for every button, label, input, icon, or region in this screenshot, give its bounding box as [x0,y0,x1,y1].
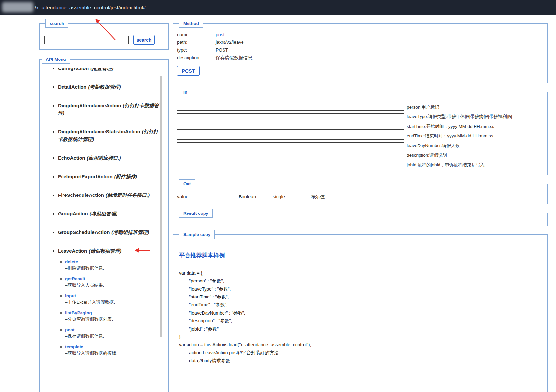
out-value-type: Boolean [239,194,273,200]
method-item-listbypaging: listByPaging –分页查询请假数据列表. [65,310,160,323]
method-row-description: description: 保存请假数据信息. [177,54,544,61]
method-desc-label: description: [177,54,216,61]
leave-methods-list: delete –删除请假数据信息. getResult –获取导入人员结果. i… [58,259,160,357]
param-label-description: description:请假说明 [407,152,447,158]
method-item-post: post –保存请假数据信息. [65,327,160,340]
out-value-desc: 布尔值. [311,194,326,200]
method-panel-legend: Method [179,19,203,28]
search-panel: search search [39,19,169,50]
browser-address-bar[interactable]: /x_attendance_assemble_control/jest/inde… [0,0,556,15]
in-param-row: description:请假说明 [177,151,544,161]
action-name: FileImportExportAction [58,174,113,179]
result-copy-panel: Result copy [173,209,548,226]
action-note: (考勤组管理) [90,211,117,216]
api-menu-action-group[interactable]: GroupAction(考勤组管理) [58,210,160,217]
param-label-starttime: startTime:开始时间：yyyy-MM-dd HH:mm:ss [407,124,494,129]
code-line: action.LeaveAction.post(//平台封装好的方法 [179,349,544,357]
menu-scrollbar-thumb[interactable] [160,76,162,337]
method-item-template: template –获取导入请假数据的模版. [65,344,160,357]
api-menu-legend: API Menu [42,55,70,64]
api-menu-action-detail[interactable]: DetailAction(考勤数据管理) [58,83,160,91]
sample-copy-panel: Sample copy 平台推荐脚本样例 var data = { "perso… [173,230,548,392]
api-menu-action-fireschedule[interactable]: FireScheduleAction(触发定时任务接口.) [58,191,160,199]
action-note: (应用响应接口.) [87,155,121,161]
api-menu-action-groupschedule[interactable]: GroupScheduleAction(考勤组排班管理) [58,229,160,236]
out-value-cardinality: single [273,194,311,200]
method-item-input: input –上传Excel导入请假数据. [65,293,160,306]
left-panel: search search API Menu ConfigAction(配置管理… [39,19,169,392]
action-note: (配置管理) [90,68,113,71]
param-label-leavetype: leaveType:请假类型:带薪年休假|带薪病假|带薪福利假| [407,114,512,120]
method-link-getresult[interactable]: getResult [65,276,85,281]
in-params-panel: In person:用户标识 leaveType:请假类型:带薪年休假|带薪病假… [173,88,548,175]
api-menu-action-config[interactable]: ConfigAction(配置管理) [58,68,160,72]
in-param-row: leaveType:请假类型:带薪年休假|带薪病假|带薪福利假| [177,112,544,122]
action-name: DetailAction [58,84,87,90]
search-panel-legend: search [45,19,68,28]
in-param-row: endTime:结束时间：yyyy-MM-dd HH:mm:ss [177,131,544,141]
method-desc: –获取导入人员结果. [65,282,160,289]
result-copy-legend: Result copy [179,209,213,218]
code-line: data,//body请求参数 [179,357,544,365]
param-input-description[interactable] [177,152,404,159]
method-panel: Method name: post path: jaxrs/v2/leave t… [173,19,548,83]
code-line: var action = this.Actions.load("x_attend… [179,341,544,349]
method-row-type: type: POST [177,46,544,54]
api-menu-action-dingding-statistic[interactable]: DingdingAttendanceStatisticAction(钉钉打卡数据… [58,128,160,143]
action-note: (请假数据管理) [89,248,121,254]
method-link-template[interactable]: template [65,344,83,349]
out-params-panel: Out value Boolean single 布尔值. [173,179,548,204]
param-input-starttime[interactable] [177,123,404,130]
api-menu-scroll-area[interactable]: ConfigAction(配置管理) DetailAction(考勤数据管理) … [40,68,160,392]
method-name-value[interactable]: post [216,31,224,39]
in-panel-legend: In [179,88,191,96]
code-line: "description" : "参数", [179,317,544,325]
search-input[interactable] [44,36,129,44]
action-note: (附件操作) [114,174,137,179]
api-menu-action-leave[interactable]: LeaveAction(请假数据管理) delete –删除请假数据信息. ge… [58,247,160,357]
method-link-post[interactable]: post [65,327,75,332]
code-line: "jobId" : "参数" [179,325,544,333]
api-menu-action-fileimportexport[interactable]: FileImportExportAction(附件操作) [58,173,160,180]
sample-heading: 平台推荐脚本样例 [179,251,544,259]
api-menu-list: ConfigAction(配置管理) DetailAction(考勤数据管理) … [40,68,160,357]
sample-copy-legend: Sample copy [179,230,215,239]
param-input-jobid[interactable] [177,162,404,168]
search-button[interactable]: search [133,35,155,45]
method-type-label: type: [177,46,216,54]
url-text: /x_attendance_assemble_control/jest/inde… [35,0,146,15]
action-name: DingdingAttendanceAction [58,103,121,108]
code-line: "leaveType" : "参数", [179,285,544,293]
action-name: EchoAction [58,155,85,161]
param-input-person[interactable] [177,104,404,111]
code-line: "startTime" : "参数", [179,293,544,301]
method-desc: –获取导入请假数据的模版. [65,350,160,357]
out-row: value Boolean single 布尔值. [177,194,544,200]
action-note: (触发定时任务接口.) [106,192,150,198]
action-note: (考勤组排班管理) [111,230,149,235]
code-line: "endTime" : "参数", [179,301,544,309]
method-link-delete[interactable]: delete [65,259,78,264]
code-line: } [179,333,544,341]
api-menu-action-echo[interactable]: EchoAction(应用响应接口.) [58,154,160,162]
in-rows: person:用户标识 leaveType:请假类型:带薪年休假|带薪病假|带薪… [177,102,544,170]
method-desc-value: 保存请假数据信息. [216,54,254,61]
method-link-listbypaging[interactable]: listByPaging [65,310,92,315]
param-label-jobid: jobId:流程的jobId，申诉流程结束后写入. [407,162,486,168]
redacted-url-segment [2,2,33,12]
action-name: FireScheduleAction [58,192,104,198]
method-path-label: path: [177,39,216,46]
param-input-endtime[interactable] [177,133,404,140]
action-name: GroupAction [58,211,88,216]
in-param-row: startTime:开始时间：yyyy-MM-dd HH:mm:ss [177,122,544,131]
action-note: (考勤数据管理) [88,84,121,90]
param-input-leavetype[interactable] [177,113,404,120]
action-name: DingdingAttendanceStatisticAction [58,129,140,134]
post-execute-button[interactable]: POST [177,66,200,76]
param-input-leavedaynumber[interactable] [177,142,404,149]
api-menu-action-dingding-attendance[interactable]: DingdingAttendanceAction(钉钉打卡数据管理) [58,102,160,117]
action-name: ConfigAction [58,68,89,71]
method-link-input[interactable]: input [65,293,76,298]
method-type-value: POST [216,46,228,54]
sample-code-block: var data = { "person" : "参数", "leaveType… [179,269,544,365]
